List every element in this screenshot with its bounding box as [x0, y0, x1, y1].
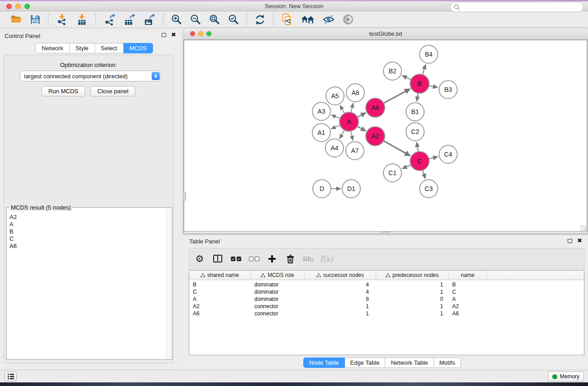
network-graph[interactable]: B4B2BB3A8A5A6A3B1AC2A1A2A4A7C4CC1C3DD1 [184, 40, 587, 231]
browse-home-button[interactable] [297, 12, 319, 27]
task-history-button[interactable] [5, 372, 17, 381]
graph-edge-C-C1[interactable] [406, 165, 411, 167]
close-panel-button[interactable]: Close panel [91, 86, 135, 96]
graph-edge-A-A8[interactable] [351, 107, 352, 112]
table-row[interactable]: Bdominator41B [189, 281, 584, 288]
toolbar-divider [48, 13, 48, 26]
column-header-MCDS-role[interactable]: MCDS role [251, 271, 305, 280]
zoom-in-button[interactable] [167, 12, 186, 27]
graph-edge-A-A7[interactable] [351, 131, 352, 136]
column-header-successor-nodes[interactable]: successor nodes [305, 271, 376, 280]
tab-style[interactable]: Style [70, 43, 95, 53]
graph-edge-B-B3[interactable] [429, 86, 433, 86]
zoom-window-button[interactable] [24, 4, 30, 9]
graph-node-label: A8 [351, 89, 359, 96]
splitter-handle-left[interactable] [183, 192, 186, 200]
table-cell: connector [251, 303, 305, 310]
search-input[interactable] [460, 3, 583, 11]
mcds-result-item[interactable]: A [7, 221, 166, 228]
column-header-predecessor-nodes[interactable]: predecessor nodes [376, 271, 449, 280]
toolbar-divider [96, 13, 96, 26]
column-header-shared-name[interactable]: shared name [189, 271, 251, 280]
mcds-result-list[interactable]: A2ABCA6 [7, 214, 166, 359]
table-row[interactable]: Adominator80A [189, 295, 584, 303]
graph-edge-C-C4[interactable] [429, 158, 433, 159]
clone-network-button[interactable] [277, 12, 297, 27]
toggle-split-view-button[interactable] [211, 251, 225, 267]
refresh-layout-button[interactable] [251, 12, 269, 27]
window-resize-grip[interactable] [580, 225, 587, 231]
select-all-rows-button[interactable] [229, 251, 243, 267]
mcds-result-item[interactable]: C [7, 235, 166, 243]
tab-network[interactable]: Network [35, 43, 70, 53]
hide-details-button[interactable] [319, 12, 339, 27]
table-row[interactable]: A2connector11A2 [189, 303, 584, 310]
mcds-result-item[interactable]: B [7, 228, 166, 235]
export-network-button[interactable] [100, 12, 120, 27]
table-cell: B [189, 281, 251, 288]
save-session-button[interactable] [26, 12, 44, 27]
create-column-button[interactable] [265, 251, 279, 267]
optimization-criterion-label: Optimization criterion: [0, 62, 177, 68]
close-window-button[interactable] [6, 4, 12, 9]
tab-node-table[interactable]: Node Table [303, 357, 345, 368]
zoom-view-button[interactable] [206, 31, 211, 36]
graph-edge-C-C3[interactable] [423, 170, 424, 174]
trash-icon [287, 254, 294, 263]
tab-select[interactable]: Select [95, 43, 124, 53]
graph-edge-A6-B[interactable] [383, 91, 405, 103]
graph-edge-A-A4[interactable] [342, 130, 344, 135]
float-panel-icon[interactable] [162, 33, 166, 37]
graph-edge-B-B2[interactable] [406, 77, 411, 80]
open-session-button[interactable] [6, 12, 26, 27]
table-row[interactable]: Cdominator41C [189, 288, 584, 295]
zoom-fit-button[interactable] [205, 12, 224, 27]
graph-edge-B-B1[interactable] [417, 93, 418, 97]
search-icon [454, 4, 460, 10]
close-view-button[interactable] [190, 31, 195, 36]
import-network-button[interactable] [52, 12, 72, 27]
column-header-name[interactable]: name [449, 271, 487, 280]
column-settings-button[interactable]: ⚙ [193, 251, 206, 267]
table-body: Bdominator41BCdominator41CAdominator80AA… [189, 280, 584, 317]
function-builder-button[interactable]: f(x) [320, 251, 333, 267]
graph-edge-A-A2[interactable] [357, 126, 361, 129]
zoom-out-button[interactable] [186, 12, 205, 27]
close-panel-icon[interactable]: ✖ [171, 33, 176, 37]
tab-edge-table[interactable]: Edge Table [345, 357, 386, 368]
float-panel-icon[interactable] [568, 239, 572, 243]
memory-button[interactable]: Memory [548, 372, 584, 381]
import-table-button[interactable] [72, 12, 92, 27]
network-canvas[interactable]: B4B2BB3A8A5A6A3B1AC2A1A2A4A7C4CC1C3DD1 [184, 40, 587, 232]
criterion-dropdown[interactable]: largest connected component (directed) [20, 71, 161, 81]
tab-mcds[interactable]: MCDS [124, 43, 153, 53]
graph-edge-C-C2[interactable] [417, 147, 418, 152]
run-mcds-button[interactable]: Run MCDS [42, 86, 85, 96]
deselect-all-rows-button[interactable] [247, 251, 261, 267]
graph-edge-B-B4[interactable] [422, 69, 424, 74]
table-row[interactable]: A6connector11A6 [189, 310, 584, 317]
show-details-button[interactable] [339, 12, 358, 27]
mcds-result-item[interactable]: A6 [7, 243, 166, 250]
export-table-button[interactable] [120, 12, 139, 27]
table-cell: 1 [376, 303, 449, 310]
graph-node-label: A4 [330, 144, 338, 152]
delete-table-button[interactable] [301, 251, 315, 267]
graph-edge-A-A3[interactable] [335, 117, 340, 119]
minimize-window-button[interactable] [15, 4, 21, 9]
graph-edge-A-A6[interactable] [358, 115, 362, 117]
graph-edge-arrowhead [433, 84, 439, 89]
minimize-view-button[interactable] [198, 31, 203, 36]
mcds-result-scrollbar[interactable] [166, 208, 172, 359]
delete-columns-button[interactable] [283, 251, 297, 267]
graph-edge-A-A1[interactable] [335, 125, 340, 127]
export-image-button[interactable] [139, 12, 159, 27]
splitter-handle-bottom[interactable] [382, 232, 390, 234]
tab-motifs[interactable]: Motifs [434, 357, 461, 368]
tab-network-table[interactable]: Network Table [385, 357, 434, 368]
graph-edge-A2-C[interactable] [383, 141, 405, 153]
close-panel-icon[interactable]: ✖ [577, 238, 582, 243]
zoom-selected-button[interactable] [224, 12, 243, 27]
mcds-result-item[interactable]: A2 [7, 214, 166, 221]
graph-edge-A-A5[interactable] [342, 109, 344, 113]
